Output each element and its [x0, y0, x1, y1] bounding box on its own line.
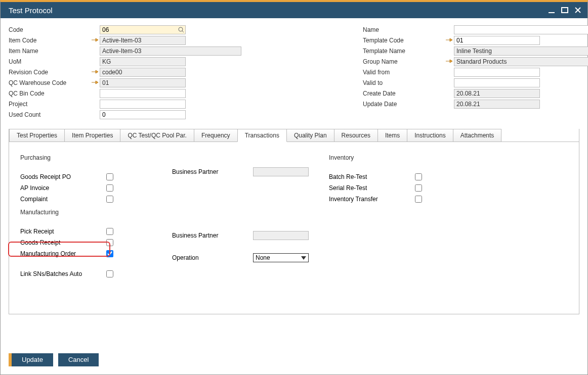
code-label: Code — [9, 26, 100, 33]
arrow-icon — [91, 68, 99, 76]
footer: Update Cancel — [9, 353, 99, 366]
minimize-button[interactable] — [547, 6, 556, 15]
tab-frequency[interactable]: Frequency — [194, 129, 238, 142]
window-title: Test Protocol — [9, 6, 53, 15]
caret-down-icon — [301, 256, 306, 260]
tab-resources[interactable]: Resources — [334, 129, 378, 142]
validto-label: Valid to — [363, 79, 454, 86]
tab-test-properties[interactable]: Test Properties — [9, 129, 65, 142]
validto-input[interactable] — [454, 78, 540, 87]
pickreceipt-checkbox[interactable] — [106, 228, 113, 235]
inventory-title: Inventory — [329, 154, 481, 161]
bp2-field[interactable] — [253, 231, 309, 240]
bp1-field[interactable] — [253, 167, 309, 176]
form-area: Code Item Code Active-Item-03 Item Name … — [9, 24, 579, 120]
qcwh-label: QC Warehouse Code — [9, 79, 100, 86]
code-input[interactable] — [100, 25, 186, 34]
window-controls — [547, 6, 582, 15]
serialretest-label: Serial Re-Test — [329, 184, 410, 192]
content: Code Item Code Active-Item-03 Item Name … — [1, 18, 587, 320]
tplname-label: Template Name — [363, 48, 454, 55]
link-checkbox[interactable] — [106, 270, 113, 277]
apinv-label: AP Invoice — [20, 184, 101, 192]
operation-label: Operation — [172, 254, 253, 261]
create-label: Create Date — [363, 90, 454, 97]
goodsreceipt-checkbox[interactable] — [106, 239, 113, 246]
qcbin-label: QC Bin Code — [9, 90, 100, 97]
update-field: 20.08.21 — [454, 100, 540, 109]
manufacturing-title: Manufacturing — [20, 209, 172, 216]
used-label: Used Count — [9, 111, 100, 118]
maximize-button[interactable] — [560, 6, 569, 15]
validfrom-label: Valid from — [363, 69, 454, 76]
goodsreceipt-label: Goods Receipt — [20, 239, 101, 246]
middle-section: Business Partner Business Partner Operat… — [172, 151, 324, 279]
tplcode-input[interactable] — [454, 36, 540, 45]
titlebar: Test Protocol — [1, 2, 587, 18]
grpo-label: Goods Receipt PO — [20, 173, 101, 180]
tabs-container: Test Properties Item Properties QC Test/… — [9, 129, 579, 314]
batchretest-label: Batch Re-Test — [329, 173, 410, 180]
operation-value: None — [256, 254, 270, 261]
morder-label: Manufacturing Order — [20, 250, 101, 257]
item-code-field: Active-Item-03 — [100, 36, 186, 45]
revision-field: code00 — [100, 68, 186, 77]
arrow-icon — [91, 36, 99, 44]
arrow-icon — [445, 36, 453, 44]
invtransfer-checkbox[interactable] — [415, 196, 422, 203]
item-code-label: Item Code — [9, 37, 100, 44]
close-button[interactable] — [573, 6, 582, 15]
right-column: Name Template Code Template Name Inline … — [363, 24, 588, 120]
complaint-checkbox[interactable] — [106, 196, 113, 203]
link-label: Link SNs/Batches Auto — [20, 270, 101, 277]
project-input[interactable] — [100, 100, 186, 109]
tplcode-label: Template Code — [363, 37, 454, 44]
lookup-icon[interactable] — [178, 26, 185, 33]
tab-attachments[interactable]: Attachments — [453, 129, 502, 142]
update-label: Update Date — [363, 101, 454, 108]
apinv-checkbox[interactable] — [106, 184, 113, 192]
qcwh-field: 01 — [100, 78, 186, 87]
tab-transactions[interactable]: Transactions — [237, 129, 287, 142]
uom-label: UoM — [9, 58, 100, 65]
group-label: Group Name — [363, 58, 454, 65]
tab-item-properties[interactable]: Item Properties — [64, 129, 120, 142]
invtransfer-label: Inventory Transfer — [329, 196, 410, 203]
svg-line-5 — [182, 31, 184, 32]
batchretest-checkbox[interactable] — [415, 173, 422, 180]
tplname-field: Inline Testing — [454, 46, 588, 56]
tab-quality-plan[interactable]: Quality Plan — [286, 129, 334, 142]
operation-select[interactable]: None — [253, 253, 309, 262]
tabstrip: Test Properties Item Properties QC Test/… — [9, 129, 579, 142]
pickreceipt-label: Pick Receipt — [20, 228, 101, 235]
morder-checkbox[interactable] — [106, 250, 113, 257]
grpo-checkbox[interactable] — [106, 173, 113, 180]
bp2-label: Business Partner — [172, 232, 253, 239]
tab-qc-test-pool[interactable]: QC Test/QC Pool Par. — [120, 129, 194, 142]
update-button[interactable]: Update — [12, 353, 53, 366]
serialretest-checkbox[interactable] — [415, 184, 422, 192]
tab-instructions[interactable]: Instructions — [407, 129, 453, 142]
svg-rect-1 — [562, 8, 568, 13]
window: Test Protocol Code Item Code — [0, 0, 588, 375]
arrow-icon — [91, 78, 99, 86]
qcbin-input[interactable] — [100, 89, 186, 98]
group-field: Standard Products — [454, 57, 588, 66]
bp1-label: Business Partner — [172, 168, 253, 175]
item-name-field: Active-Item-03 — [100, 46, 241, 56]
used-count-input[interactable] — [100, 110, 186, 119]
left-column: Code Item Code Active-Item-03 Item Name … — [9, 24, 241, 120]
svg-point-4 — [179, 27, 183, 31]
name-input[interactable] — [454, 25, 588, 34]
revision-label: Revision Code — [9, 69, 100, 76]
uom-field: KG — [100, 57, 186, 66]
create-field: 20.08.21 — [454, 89, 540, 98]
tab-items[interactable]: Items — [377, 129, 407, 142]
validfrom-input[interactable] — [454, 68, 540, 77]
cancel-button[interactable]: Cancel — [58, 353, 99, 366]
item-name-label: Item Name — [9, 48, 100, 55]
inventory-section: Inventory Batch Re-Test Serial Re-Test I… — [329, 151, 481, 279]
purchasing-title: Purchasing — [20, 154, 172, 161]
name-label: Name — [363, 26, 454, 33]
project-label: Project — [9, 101, 100, 108]
